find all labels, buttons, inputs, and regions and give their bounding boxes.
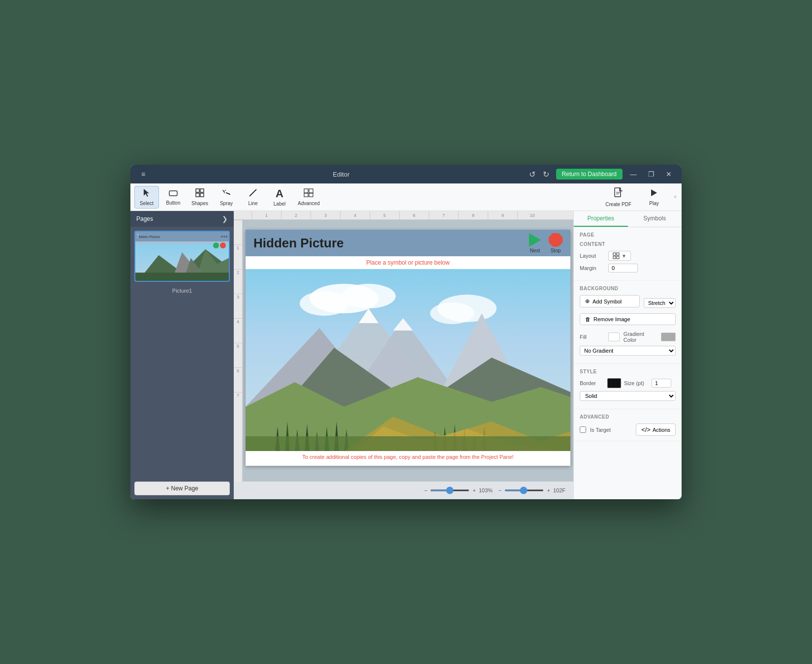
fill-row: Fill Gradient Color <box>580 331 676 343</box>
zoom-plus-1[interactable]: + <box>472 487 475 493</box>
layout-row: Layout ▼ <box>580 251 676 261</box>
pages-panel: Pages ❯ Hidden Picture <box>130 211 234 499</box>
app-title: Editor <box>156 171 527 178</box>
is-target-checkbox[interactable] <box>580 426 586 433</box>
svg-rect-1 <box>169 191 177 196</box>
margin-input[interactable] <box>608 264 638 272</box>
dots-icon: ••• <box>220 233 228 241</box>
advanced-icon <box>304 188 313 200</box>
create-pdf-button[interactable]: Create PDF <box>601 186 635 209</box>
stop-button[interactable]: Stop <box>549 233 562 253</box>
ruler-mark-9: 9 <box>488 211 517 220</box>
tab-properties[interactable]: Properties <box>574 211 628 227</box>
toolbar-shapes-label: Shapes <box>191 201 208 206</box>
title-bar: ≡ Editor ↺ ↻ Return to Dashboard — ❐ ✕ <box>130 165 682 183</box>
zoom-plus-2[interactable]: + <box>547 487 550 493</box>
border-label: Border <box>580 380 604 386</box>
create-pdf-label: Create PDF <box>605 202 631 207</box>
canvas-hint-top: Place a symbol or picture below <box>246 256 570 269</box>
toolbar-shapes[interactable]: Shapes <box>187 186 212 209</box>
toolbar: Select Button Shapes <box>130 183 682 211</box>
thumbnail-menu-dots[interactable]: ••• <box>220 233 228 241</box>
line-icon <box>249 188 257 200</box>
layout-label: Layout <box>580 253 604 259</box>
ruler-mark-6: 6 <box>399 211 429 220</box>
toolbar-label[interactable]: A Label <box>267 186 292 209</box>
toolbar-advanced[interactable]: Advanced <box>294 186 323 209</box>
redo-button[interactable]: ↻ <box>540 168 552 180</box>
canvas-page-title: Hidden Picture <box>253 236 344 251</box>
minimize-button[interactable]: — <box>626 169 640 180</box>
next-arrow-icon <box>529 233 541 247</box>
undo-button[interactable]: ↺ <box>527 168 538 180</box>
layout-button[interactable]: ▼ <box>608 251 631 261</box>
svg-point-28 <box>342 284 396 308</box>
toolbar-button-label: Button <box>166 200 181 206</box>
cursor-icon <box>142 188 151 200</box>
svg-marker-18 <box>651 189 657 196</box>
zoom-control-1: − + 103% <box>424 487 493 493</box>
zoom-minus-1[interactable]: − <box>424 487 427 493</box>
ruler-mark-5: 5 <box>370 211 399 220</box>
zoom-minus-2[interactable]: − <box>499 487 501 493</box>
svg-rect-5 <box>200 193 204 197</box>
svg-rect-59 <box>617 256 619 259</box>
play-label: Play <box>649 201 658 206</box>
zoom-slider-1[interactable] <box>430 489 469 491</box>
return-dashboard-button[interactable]: Return to Dashboard <box>556 169 623 180</box>
content-section-title: CONTENT <box>580 241 676 247</box>
size-input[interactable] <box>652 379 671 388</box>
toolbar-button[interactable]: Button <box>161 186 186 209</box>
zoom-value-1: 103% <box>479 487 493 493</box>
pages-collapse-button[interactable]: ❯ <box>222 215 228 223</box>
remove-image-label: Remove Image <box>593 316 630 322</box>
fill-label: Fill <box>580 334 604 340</box>
svg-rect-13 <box>304 193 308 197</box>
canvas-hint-bottom: To create additional copies of this page… <box>246 451 570 463</box>
tab-symbols[interactable]: Symbols <box>628 211 682 227</box>
toolbar-line[interactable]: Line <box>241 186 265 209</box>
zoom-slider-2[interactable] <box>504 489 544 491</box>
add-symbol-button[interactable]: ⊕ Add Symbol <box>580 295 640 307</box>
next-button[interactable]: Next <box>529 233 541 253</box>
add-symbol-row: ⊕ Add Symbol Stretch <box>580 295 676 310</box>
maximize-button[interactable]: ❐ <box>644 169 658 180</box>
border-color-swatch[interactable] <box>607 378 621 388</box>
stop-label: Stop <box>551 248 561 253</box>
new-page-button[interactable]: + New Page <box>134 482 230 495</box>
remove-image-row: 🗑 Remove Image <box>580 313 676 328</box>
gradient-select[interactable]: No Gradient <box>580 346 676 356</box>
actions-button[interactable]: </> Actions <box>636 423 676 436</box>
canvas-scroll[interactable]: Hidden Picture Next Stop <box>243 220 573 482</box>
fill-color-swatch[interactable] <box>608 332 620 341</box>
gradient-select-row: No Gradient <box>580 346 676 356</box>
thumbnail-badge-green <box>213 242 219 248</box>
gradient-color-swatch[interactable] <box>661 332 676 341</box>
stretch-select[interactable]: Stretch <box>644 298 676 308</box>
toolbar-spray[interactable]: Spray <box>214 186 239 209</box>
ruler-marks-top: 1 2 3 4 5 6 7 8 9 10 <box>251 211 547 220</box>
toolbar-select-label: Select <box>140 201 154 206</box>
solid-select[interactable]: Solid <box>580 391 676 401</box>
next-label: Next <box>530 248 540 253</box>
zoom-control-2: − + 102F <box>499 487 565 493</box>
shapes-icon <box>195 188 204 200</box>
toolbar-spray-label: Spray <box>220 201 233 206</box>
trash-icon: 🗑 <box>585 316 591 322</box>
ruler-left: 1 2 3 4 5 6 7 <box>234 220 243 482</box>
play-icon <box>650 188 658 200</box>
svg-rect-56 <box>613 253 616 255</box>
button-icon <box>169 189 178 199</box>
close-button[interactable]: ✕ <box>662 169 676 180</box>
margin-label: Margin <box>580 265 604 271</box>
ruler-mark-7: 7 <box>429 211 458 220</box>
menu-icon[interactable]: ≡ <box>136 169 150 180</box>
advanced-section: ADVANCED Is Target </> Actions <box>574 409 682 441</box>
page-thumbnail-1[interactable]: Hidden Picture <box>134 231 230 282</box>
toolbar-select[interactable]: Select <box>134 186 159 209</box>
remove-image-button[interactable]: 🗑 Remove Image <box>580 313 676 325</box>
ruler-mark-8: 8 <box>458 211 488 220</box>
svg-point-6 <box>223 190 225 192</box>
page-section-title: PAGE <box>580 232 676 238</box>
play-button[interactable]: Play <box>639 186 669 209</box>
